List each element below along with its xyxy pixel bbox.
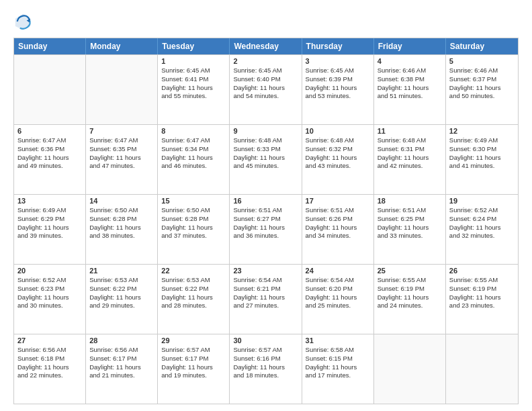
- calendar-cell: 30Sunrise: 6:57 AMSunset: 6:16 PMDayligh…: [230, 334, 302, 404]
- cell-line: and 17 minutes.: [306, 371, 370, 380]
- cell-line: Sunset: 6:28 PM: [161, 215, 226, 224]
- cell-line: Sunrise: 6:45 AM: [161, 66, 226, 75]
- cell-line: Sunrise: 6:45 AM: [306, 66, 370, 75]
- calendar-cell: 4Sunrise: 6:46 AMSunset: 6:38 PMDaylight…: [374, 55, 446, 124]
- cell-line: Sunrise: 6:49 AM: [17, 206, 82, 215]
- cell-line: and 21 minutes.: [89, 371, 154, 380]
- calendar-cell: 25Sunrise: 6:55 AMSunset: 6:19 PMDayligh…: [374, 265, 446, 334]
- cell-line: Sunset: 6:19 PM: [449, 285, 515, 293]
- day-number: 3: [306, 57, 370, 65]
- day-number: 11: [378, 127, 442, 135]
- day-number: 6: [17, 127, 82, 135]
- day-number: 25: [378, 267, 442, 275]
- cell-line: Sunset: 6:16 PM: [233, 355, 298, 363]
- day-number: 18: [378, 197, 442, 205]
- cell-line: Daylight: 11 hours: [449, 84, 515, 93]
- cell-line: and 24 minutes.: [378, 302, 442, 310]
- calendar-row: 1Sunrise: 6:45 AMSunset: 6:41 PMDaylight…: [14, 54, 518, 124]
- cell-line: and 47 minutes.: [89, 162, 154, 171]
- cell-line: and 25 minutes.: [306, 302, 370, 310]
- cell-line: Sunset: 6:22 PM: [161, 285, 226, 293]
- cell-line: Daylight: 11 hours: [17, 224, 82, 232]
- cell-line: Sunrise: 6:46 AM: [449, 66, 515, 75]
- day-number: 4: [378, 57, 442, 65]
- cell-line: Daylight: 11 hours: [306, 363, 370, 372]
- cell-line: Sunrise: 6:51 AM: [378, 206, 442, 215]
- cell-line: Daylight: 11 hours: [449, 154, 515, 163]
- cell-line: and 29 minutes.: [89, 302, 154, 310]
- cell-line: Sunset: 6:28 PM: [89, 215, 154, 224]
- cell-line: Sunset: 6:18 PM: [17, 355, 82, 363]
- cell-line: Daylight: 11 hours: [17, 154, 82, 163]
- cell-line: Daylight: 11 hours: [233, 363, 298, 372]
- calendar-cell: 26Sunrise: 6:55 AMSunset: 6:19 PMDayligh…: [446, 265, 518, 334]
- calendar-cell: 12Sunrise: 6:49 AMSunset: 6:30 PMDayligh…: [446, 125, 518, 194]
- day-number: 20: [17, 267, 82, 275]
- cell-line: Sunrise: 6:47 AM: [17, 136, 82, 145]
- day-number: 26: [449, 267, 515, 275]
- cell-line: Daylight: 11 hours: [161, 363, 226, 372]
- calendar-cell: [86, 55, 158, 124]
- cell-line: Sunset: 6:20 PM: [306, 285, 370, 293]
- day-number: 21: [89, 267, 154, 275]
- cell-line: and 45 minutes.: [233, 162, 298, 171]
- calendar-cell: 22Sunrise: 6:53 AMSunset: 6:22 PMDayligh…: [158, 265, 230, 334]
- cell-line: Sunrise: 6:46 AM: [378, 66, 442, 75]
- cell-line: Sunrise: 6:47 AM: [161, 136, 226, 145]
- cell-line: Daylight: 11 hours: [378, 293, 442, 302]
- cell-line: Sunset: 6:32 PM: [306, 145, 370, 154]
- calendar-row: 13Sunrise: 6:49 AMSunset: 6:29 PMDayligh…: [14, 194, 518, 264]
- cell-line: and 54 minutes.: [233, 92, 298, 101]
- cell-line: Sunset: 6:26 PM: [306, 215, 370, 224]
- logo: [13, 12, 35, 31]
- cell-line: Sunset: 6:35 PM: [89, 145, 154, 154]
- cell-line: and 22 minutes.: [17, 371, 82, 380]
- day-number: 9: [233, 127, 298, 135]
- cell-line: Daylight: 11 hours: [161, 224, 226, 232]
- weekday-header: Wednesday: [230, 38, 302, 54]
- calendar-body: 1Sunrise: 6:45 AMSunset: 6:41 PMDaylight…: [14, 54, 518, 404]
- cell-line: Sunrise: 6:51 AM: [306, 206, 370, 215]
- cell-line: Sunrise: 6:55 AM: [378, 276, 442, 285]
- calendar-cell: 10Sunrise: 6:48 AMSunset: 6:32 PMDayligh…: [302, 125, 374, 194]
- cell-line: Sunset: 6:37 PM: [449, 75, 515, 84]
- day-number: 1: [161, 57, 226, 65]
- cell-line: Sunrise: 6:54 AM: [233, 276, 298, 285]
- day-number: 8: [161, 127, 226, 135]
- cell-line: Daylight: 11 hours: [89, 154, 154, 163]
- cell-line: Daylight: 11 hours: [233, 84, 298, 93]
- cell-line: and 39 minutes.: [17, 232, 82, 240]
- cell-line: Daylight: 11 hours: [306, 293, 370, 302]
- calendar-cell: 29Sunrise: 6:57 AMSunset: 6:17 PMDayligh…: [158, 334, 230, 404]
- calendar-cell: 21Sunrise: 6:53 AMSunset: 6:22 PMDayligh…: [86, 265, 158, 334]
- cell-line: Sunrise: 6:53 AM: [89, 276, 154, 285]
- weekday-header: Tuesday: [158, 38, 230, 54]
- day-number: 10: [306, 127, 370, 135]
- cell-line: and 34 minutes.: [306, 232, 370, 240]
- cell-line: and 55 minutes.: [161, 92, 226, 101]
- cell-line: Sunset: 6:29 PM: [17, 215, 82, 224]
- cell-line: Sunrise: 6:57 AM: [161, 346, 226, 355]
- cell-line: and 32 minutes.: [449, 232, 515, 240]
- calendar-cell: 9Sunrise: 6:48 AMSunset: 6:33 PMDaylight…: [230, 125, 302, 194]
- cell-line: Sunrise: 6:56 AM: [17, 346, 82, 355]
- cell-line: Daylight: 11 hours: [378, 154, 442, 163]
- day-number: 31: [306, 336, 370, 345]
- day-number: 22: [161, 267, 226, 275]
- cell-line: Daylight: 11 hours: [233, 154, 298, 163]
- calendar-cell: 19Sunrise: 6:52 AMSunset: 6:24 PMDayligh…: [446, 195, 518, 264]
- cell-line: Sunrise: 6:48 AM: [233, 136, 298, 145]
- cell-line: and 42 minutes.: [378, 162, 442, 171]
- cell-line: Sunset: 6:38 PM: [378, 75, 442, 84]
- cell-line: Sunrise: 6:48 AM: [378, 136, 442, 145]
- cell-line: and 30 minutes.: [17, 302, 82, 310]
- cell-line: and 23 minutes.: [449, 302, 515, 310]
- calendar-row: 27Sunrise: 6:56 AMSunset: 6:18 PMDayligh…: [14, 334, 518, 404]
- cell-line: Daylight: 11 hours: [17, 293, 82, 302]
- weekday-header: Saturday: [446, 38, 518, 54]
- cell-line: and 46 minutes.: [161, 162, 226, 171]
- calendar-row: 20Sunrise: 6:52 AMSunset: 6:23 PMDayligh…: [14, 264, 518, 334]
- day-number: 14: [89, 197, 154, 205]
- calendar-cell: 13Sunrise: 6:49 AMSunset: 6:29 PMDayligh…: [14, 195, 86, 264]
- cell-line: and 43 minutes.: [306, 162, 370, 171]
